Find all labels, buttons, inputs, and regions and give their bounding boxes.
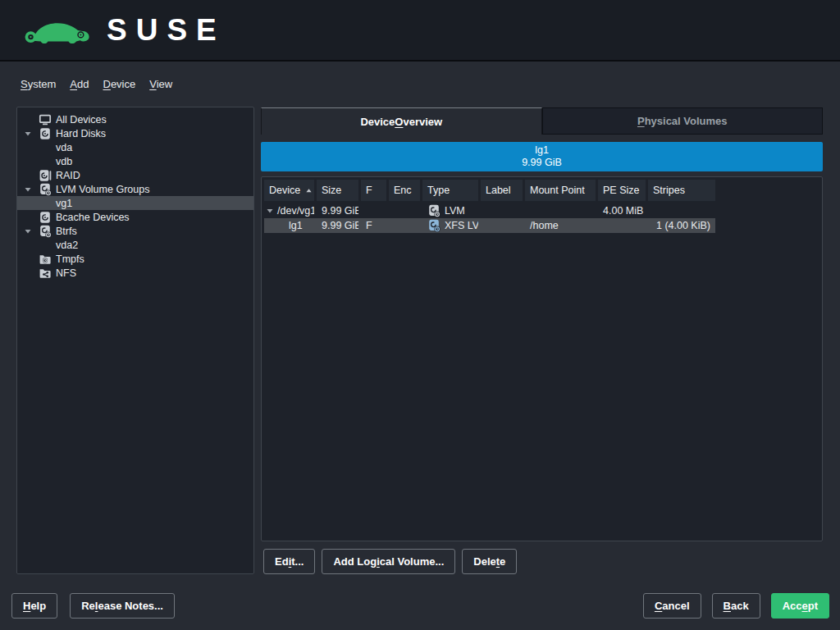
sidebar-item-vda2[interactable]: vda2 bbox=[17, 238, 253, 252]
edit-button[interactable]: Edit... bbox=[263, 549, 315, 574]
device-tree: All Devices Hard Disks vda vdb RAID LVM … bbox=[16, 107, 254, 574]
column-header-type[interactable]: Type bbox=[422, 180, 478, 201]
cell-enc bbox=[389, 203, 420, 218]
sidebar-item-tmpfs[interactable]: Tmpfs bbox=[17, 252, 253, 266]
column-header-mount-point[interactable]: Mount Point bbox=[525, 180, 596, 201]
summary-device-size: 9.99 GiB bbox=[522, 157, 562, 169]
sidebar-item-label: vda2 bbox=[56, 240, 78, 251]
sidebar-item-label: Hard Disks bbox=[56, 128, 106, 139]
cell-type: XFS LV bbox=[445, 220, 478, 231]
app-header: SUSE bbox=[0, 0, 840, 62]
brand-wordmark: SUSE bbox=[107, 13, 226, 48]
device-table: Device Size F Enc Type Label Mount Point… bbox=[261, 176, 823, 541]
sidebar-item-hard-disks[interactable]: Hard Disks bbox=[17, 126, 253, 140]
table-row-dev-vg1[interactable]: /dev/vg1 9.99 GiB LVM 4.00 MiB bbox=[264, 203, 715, 218]
sidebar-item-label: vg1 bbox=[56, 198, 72, 209]
bcache-icon bbox=[39, 211, 56, 224]
sidebar-item-label: Btrfs bbox=[56, 226, 77, 237]
lvm-lv-icon bbox=[427, 219, 441, 232]
column-header-label[interactable]: Label bbox=[481, 180, 523, 201]
sidebar-item-label: Bcache Devices bbox=[56, 212, 130, 223]
back-button[interactable]: Back bbox=[712, 593, 760, 619]
menu-device[interactable]: Device bbox=[103, 78, 135, 90]
sort-ascending-icon bbox=[305, 187, 313, 194]
footer-left-buttons: Help Release Notes... bbox=[11, 593, 175, 619]
delete-button[interactable]: Delete bbox=[462, 549, 517, 574]
raid-icon bbox=[39, 169, 56, 182]
cell-mount-point bbox=[525, 203, 596, 218]
accept-button[interactable]: Accept bbox=[771, 593, 829, 619]
cell-size: 9.99 GiB bbox=[317, 203, 358, 218]
cell-f bbox=[361, 203, 386, 218]
yast-partitioner-window: { "header": { "brand": "SUSE" }, "menuba… bbox=[0, 0, 840, 630]
sidebar-item-label: vdb bbox=[56, 156, 72, 167]
menu-add[interactable]: Add bbox=[70, 78, 89, 90]
expander-icon[interactable] bbox=[24, 227, 39, 235]
summary-device-name: lg1 bbox=[535, 144, 549, 157]
tmpfs-icon bbox=[39, 253, 56, 266]
sidebar-item-btrfs[interactable]: Btrfs bbox=[17, 224, 253, 238]
column-header-size[interactable]: Size bbox=[317, 180, 358, 201]
expander-icon[interactable] bbox=[24, 185, 39, 194]
sidebar-item-label: LVM Volume Groups bbox=[56, 184, 149, 195]
table-header-row: Device Size F Enc Type Label Mount Point… bbox=[264, 180, 819, 201]
sidebar-item-all-devices[interactable]: All Devices bbox=[17, 112, 253, 126]
cell-device: /dev/vg1 bbox=[277, 205, 314, 217]
device-summary-bar: lg1 9.99 GiB bbox=[261, 142, 823, 171]
sidebar-item-vda[interactable]: vda bbox=[17, 140, 253, 154]
column-header-device[interactable]: Device bbox=[264, 180, 314, 201]
sidebar-item-bcache-devices[interactable]: Bcache Devices bbox=[17, 210, 253, 224]
sidebar-item-label: Tmpfs bbox=[56, 253, 84, 265]
suse-chameleon-logo-icon bbox=[23, 11, 95, 49]
cell-pe-size: 4.00 MiB bbox=[598, 203, 646, 218]
sidebar-item-nfs[interactable]: NFS bbox=[17, 266, 253, 280]
cell-enc bbox=[389, 218, 420, 233]
tab-bar: Device Overview Physical Volumes bbox=[261, 107, 823, 135]
cell-f: F bbox=[361, 218, 386, 233]
sidebar-item-label: All Devices bbox=[56, 114, 107, 126]
lvm-icon bbox=[39, 183, 56, 196]
sidebar-item-vdb[interactable]: vdb bbox=[17, 154, 253, 168]
column-header-stripes[interactable]: Stripes bbox=[648, 180, 715, 201]
help-button[interactable]: Help bbox=[11, 593, 57, 619]
cell-mount-point: /home bbox=[525, 218, 596, 233]
tab-physical-volumes[interactable]: Physical Volumes bbox=[542, 107, 824, 135]
sidebar-item-lvm-volume-groups[interactable]: LVM Volume Groups bbox=[17, 182, 253, 196]
nfs-icon bbox=[39, 267, 56, 280]
sidebar-item-vg1[interactable]: vg1 bbox=[17, 196, 253, 210]
lvm-icon bbox=[427, 204, 441, 217]
cell-stripes: 1 (4.00 KiB) bbox=[648, 218, 715, 233]
cell-pe-size bbox=[598, 218, 646, 233]
btrfs-icon bbox=[39, 225, 56, 238]
tab-device-overview[interactable]: Device Overview bbox=[261, 107, 542, 135]
footer-right-buttons: Cancel Back Accept bbox=[643, 593, 829, 619]
column-header-pe-size[interactable]: PE Size bbox=[598, 180, 646, 201]
add-logical-volume-button[interactable]: Add Logical Volume... bbox=[322, 549, 455, 574]
menubar: System Add Device View bbox=[0, 63, 840, 104]
column-header-enc[interactable]: Enc bbox=[389, 180, 420, 201]
cell-type: LVM bbox=[445, 205, 465, 217]
expander-icon[interactable] bbox=[24, 130, 39, 138]
cancel-button[interactable]: Cancel bbox=[643, 593, 701, 619]
release-notes-button[interactable]: Release Notes... bbox=[70, 593, 175, 619]
cell-label bbox=[481, 203, 523, 218]
menu-view[interactable]: View bbox=[149, 78, 172, 90]
cell-device: lg1 bbox=[264, 218, 314, 233]
cell-stripes bbox=[648, 203, 715, 218]
sidebar-item-label: vda bbox=[56, 142, 72, 153]
expander-icon[interactable] bbox=[266, 207, 274, 215]
menu-system[interactable]: System bbox=[21, 78, 56, 90]
sidebar-item-raid[interactable]: RAID bbox=[17, 168, 253, 182]
sidebar-item-label: NFS bbox=[56, 267, 76, 279]
computer-icon bbox=[39, 113, 56, 126]
sidebar-item-label: RAID bbox=[56, 170, 80, 181]
column-header-f[interactable]: F bbox=[361, 180, 386, 201]
cell-size: 9.99 GiB bbox=[317, 218, 358, 233]
hard-disk-icon bbox=[39, 127, 56, 140]
cell-label bbox=[481, 218, 523, 233]
table-actions: Edit... Add Logical Volume... Delete bbox=[263, 549, 517, 574]
table-row-lg1[interactable]: lg1 9.99 GiB F XFS LV /home 1 (4.00 KiB) bbox=[264, 218, 715, 233]
